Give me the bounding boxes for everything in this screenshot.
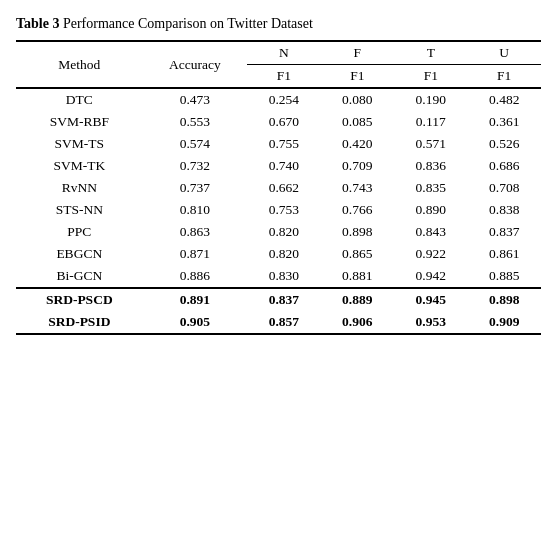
method-cell: SRD-PSID xyxy=(16,311,143,334)
sub-t-header: F1 xyxy=(394,65,467,89)
accuracy-cell: 0.891 xyxy=(143,288,248,311)
accuracy-cell: 0.574 xyxy=(143,133,248,155)
table-row: SRD-PSCD0.8910.8370.8890.9450.898 xyxy=(16,288,541,311)
table-row: SRD-PSID0.9050.8570.9060.9530.909 xyxy=(16,311,541,334)
f-f1-cell: 0.080 xyxy=(321,88,394,111)
u-f1-cell: 0.482 xyxy=(467,88,541,111)
u-f1-cell: 0.526 xyxy=(467,133,541,155)
method-cell: SVM-TK xyxy=(16,155,143,177)
n-f1-cell: 0.820 xyxy=(247,243,320,265)
f-f1-cell: 0.420 xyxy=(321,133,394,155)
t-f1-cell: 0.117 xyxy=(394,111,467,133)
u-f1-cell: 0.909 xyxy=(467,311,541,334)
col-n-header: N xyxy=(247,41,320,65)
accuracy-cell: 0.737 xyxy=(143,177,248,199)
accuracy-cell: 0.886 xyxy=(143,265,248,288)
method-cell: SVM-RBF xyxy=(16,111,143,133)
accuracy-cell: 0.732 xyxy=(143,155,248,177)
col-u-header: U xyxy=(467,41,541,65)
table-row: SVM-RBF0.5530.6700.0850.1170.361 xyxy=(16,111,541,133)
method-cell: STS-NN xyxy=(16,199,143,221)
t-f1-cell: 0.571 xyxy=(394,133,467,155)
method-cell: SVM-TS xyxy=(16,133,143,155)
table-row: RvNN0.7370.6620.7430.8350.708 xyxy=(16,177,541,199)
sub-n-header: F1 xyxy=(247,65,320,89)
table-body: DTC0.4730.2540.0800.1900.482SVM-RBF0.553… xyxy=(16,88,541,334)
u-f1-cell: 0.837 xyxy=(467,221,541,243)
u-f1-cell: 0.861 xyxy=(467,243,541,265)
sub-f-header: F1 xyxy=(321,65,394,89)
t-f1-cell: 0.922 xyxy=(394,243,467,265)
t-f1-cell: 0.942 xyxy=(394,265,467,288)
table-row: SVM-TS0.5740.7550.4200.5710.526 xyxy=(16,133,541,155)
n-f1-cell: 0.830 xyxy=(247,265,320,288)
header-row-groups: Method Accuracy N F T U xyxy=(16,41,541,65)
t-f1-cell: 0.843 xyxy=(394,221,467,243)
col-accuracy-header: Accuracy xyxy=(143,41,248,88)
f-f1-cell: 0.766 xyxy=(321,199,394,221)
accuracy-cell: 0.473 xyxy=(143,88,248,111)
t-f1-cell: 0.836 xyxy=(394,155,467,177)
table-title: Performance Comparison on Twitter Datase… xyxy=(63,16,313,31)
n-f1-cell: 0.662 xyxy=(247,177,320,199)
method-cell: SRD-PSCD xyxy=(16,288,143,311)
method-cell: RvNN xyxy=(16,177,143,199)
f-f1-cell: 0.881 xyxy=(321,265,394,288)
accuracy-cell: 0.553 xyxy=(143,111,248,133)
f-f1-cell: 0.743 xyxy=(321,177,394,199)
table-row: STS-NN0.8100.7530.7660.8900.838 xyxy=(16,199,541,221)
accuracy-cell: 0.905 xyxy=(143,311,248,334)
n-f1-cell: 0.670 xyxy=(247,111,320,133)
u-f1-cell: 0.885 xyxy=(467,265,541,288)
method-cell: EBGCN xyxy=(16,243,143,265)
f-f1-cell: 0.865 xyxy=(321,243,394,265)
u-f1-cell: 0.686 xyxy=(467,155,541,177)
sub-u-header: F1 xyxy=(467,65,541,89)
n-f1-cell: 0.820 xyxy=(247,221,320,243)
u-f1-cell: 0.898 xyxy=(467,288,541,311)
u-f1-cell: 0.708 xyxy=(467,177,541,199)
table-row: Bi-GCN0.8860.8300.8810.9420.885 xyxy=(16,265,541,288)
n-f1-cell: 0.837 xyxy=(247,288,320,311)
table-caption: Table 3 Performance Comparison on Twitte… xyxy=(16,16,541,32)
t-f1-cell: 0.953 xyxy=(394,311,467,334)
n-f1-cell: 0.740 xyxy=(247,155,320,177)
f-f1-cell: 0.709 xyxy=(321,155,394,177)
t-f1-cell: 0.945 xyxy=(394,288,467,311)
table-label: Table 3 xyxy=(16,16,59,31)
col-method-header: Method xyxy=(16,41,143,88)
n-f1-cell: 0.254 xyxy=(247,88,320,111)
table-row: DTC0.4730.2540.0800.1900.482 xyxy=(16,88,541,111)
t-f1-cell: 0.890 xyxy=(394,199,467,221)
accuracy-cell: 0.863 xyxy=(143,221,248,243)
table-row: EBGCN0.8710.8200.8650.9220.861 xyxy=(16,243,541,265)
n-f1-cell: 0.753 xyxy=(247,199,320,221)
n-f1-cell: 0.857 xyxy=(247,311,320,334)
col-f-header: F xyxy=(321,41,394,65)
table-row: SVM-TK0.7320.7400.7090.8360.686 xyxy=(16,155,541,177)
f-f1-cell: 0.906 xyxy=(321,311,394,334)
method-cell: DTC xyxy=(16,88,143,111)
u-f1-cell: 0.361 xyxy=(467,111,541,133)
u-f1-cell: 0.838 xyxy=(467,199,541,221)
n-f1-cell: 0.755 xyxy=(247,133,320,155)
accuracy-cell: 0.810 xyxy=(143,199,248,221)
f-f1-cell: 0.898 xyxy=(321,221,394,243)
col-t-header: T xyxy=(394,41,467,65)
comparison-table: Method Accuracy N F T U F1 F1 F1 F1 DTC0… xyxy=(16,40,541,335)
t-f1-cell: 0.190 xyxy=(394,88,467,111)
method-cell: Bi-GCN xyxy=(16,265,143,288)
f-f1-cell: 0.889 xyxy=(321,288,394,311)
method-cell: PPC xyxy=(16,221,143,243)
table-container: Table 3 Performance Comparison on Twitte… xyxy=(16,16,541,335)
accuracy-cell: 0.871 xyxy=(143,243,248,265)
f-f1-cell: 0.085 xyxy=(321,111,394,133)
t-f1-cell: 0.835 xyxy=(394,177,467,199)
table-row: PPC0.8630.8200.8980.8430.837 xyxy=(16,221,541,243)
